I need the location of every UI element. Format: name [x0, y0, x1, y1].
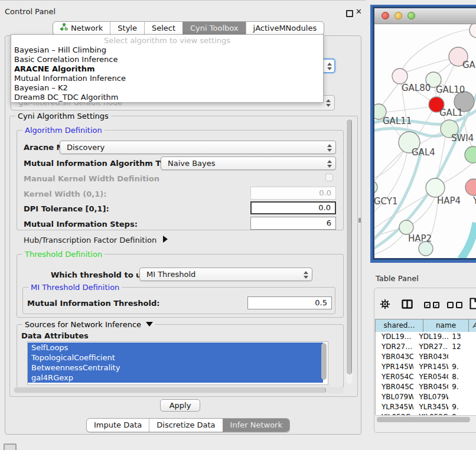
popup-item-mutual-information[interactable]: Mutual Information Inference [11, 74, 323, 83]
cell[interactable]: YDL19… [413, 332, 449, 342]
network-view-window[interactable]: GAL GAL80 GAL10 GAL1 GAL11 SWI4 GAL4 GCY… [370, 5, 476, 263]
network-node-hap2[interactable] [399, 220, 413, 234]
tab-style[interactable]: Style [110, 22, 144, 35]
tab-discretize-data-label: Discretize Data [157, 419, 215, 432]
network-node-hap4[interactable] [426, 178, 445, 197]
popup-item-bayesian-k2[interactable]: Bayesian – K2 [11, 83, 323, 93]
cell[interactable]: YDR27… [376, 342, 413, 352]
manual-kernel-width-checkbox[interactable] [325, 174, 333, 181]
network-node-right-green[interactable] [465, 146, 476, 163]
network-icon [60, 22, 68, 35]
popup-item-bayesian-hill-climbing[interactable]: Bayesian – Hill Climbing [11, 45, 323, 55]
table-row[interactable]: YDR27…YDR27…12 [376, 342, 476, 352]
collapse-arrow-icon[interactable] [146, 322, 153, 327]
aracne-mode-combobox[interactable]: Discovery [60, 141, 336, 154]
which-threshold-combobox[interactable]: MI Threshold [139, 268, 312, 281]
network-node-label: GAL4 [412, 147, 435, 158]
popup-item-dream8[interactable]: Dream8 DC_TDC Algorithm [11, 93, 323, 102]
scrollbar-thumb[interactable] [347, 119, 352, 374]
cell[interactable]: YBL079W [376, 392, 413, 402]
table-row[interactable]: YDL19…YDL19…13 [376, 332, 476, 342]
cell[interactable]: YPR145W [413, 362, 449, 372]
cell[interactable]: 9. [448, 362, 476, 372]
column-header-name[interactable]: name [423, 319, 469, 332]
cell[interactable]: YPR145W [376, 362, 413, 372]
cell[interactable]: YLR345W [376, 402, 413, 412]
panel-splitter-handle[interactable] [358, 218, 361, 223]
cell[interactable]: YDR27… [413, 342, 449, 352]
tab-impute-data[interactable]: Impute Data [87, 419, 149, 432]
document-icon[interactable] [470, 298, 476, 312]
network-node-gal80[interactable] [392, 69, 407, 84]
cell[interactable]: YBR045C [376, 382, 413, 392]
list-vertical-scrollbar[interactable] [321, 343, 327, 380]
tab-select[interactable]: Select [144, 22, 182, 35]
tab-network[interactable]: Network [53, 22, 110, 35]
cell[interactable]: 9. [448, 382, 476, 392]
network-node-label: GAL [462, 60, 476, 70]
expand-arrow-icon[interactable] [163, 236, 168, 243]
kernel-width-field[interactable]: 0.0 [250, 187, 336, 200]
network-node-salmon[interactable] [465, 179, 476, 195]
table-row[interactable]: YBR045CYBR045C9. [376, 382, 476, 392]
popup-item-basic-correlation[interactable]: Basic Correlation Inference [11, 55, 323, 64]
close-window-icon[interactable] [382, 12, 389, 19]
mi-algorithm-type-combobox[interactable]: Naive Bayes [161, 156, 336, 170]
tab-jactivemnodules[interactable]: jActiveMNodules [246, 22, 324, 35]
cell[interactable]: 9. [448, 402, 476, 412]
table-horizontal-scrollbar[interactable] [376, 415, 476, 423]
column-header-shared-name[interactable]: shared… [376, 319, 423, 332]
cell[interactable]: 8. [448, 372, 476, 382]
float-panel-icon[interactable] [346, 10, 353, 17]
cell[interactable] [448, 352, 476, 362]
tab-network-label: Network [71, 22, 103, 35]
list-item-topologicalcoefficient[interactable]: TopologicalCoefficient [28, 353, 323, 363]
table-row[interactable]: YBR043CYBR043C [376, 352, 476, 362]
list-item-gal4rgexp[interactable]: gal4RGexp [28, 373, 323, 383]
settings-horizontal-scrollbar[interactable] [13, 387, 344, 393]
scrollbar-thumb[interactable] [377, 417, 470, 422]
network-window-titlebar[interactable] [374, 8, 476, 24]
mi-steps-field[interactable]: 6 [250, 217, 336, 230]
settings-vertical-scrollbar[interactable] [346, 118, 353, 384]
mi-threshold-field[interactable]: 0.5 [247, 296, 332, 309]
cell[interactable]: YER054C [413, 372, 449, 382]
column-layout-icon[interactable] [402, 299, 413, 311]
table-row[interactable]: YLR345WYLR345W9. [376, 402, 476, 412]
cell[interactable]: YLR345W [413, 402, 449, 412]
data-attributes-list[interactable]: SelfLoops TopologicalCoefficient Between… [27, 341, 328, 385]
tab-select-label: Select [152, 22, 175, 35]
tab-discretize-data[interactable]: Discretize Data [149, 419, 222, 432]
zoom-window-icon[interactable] [407, 12, 415, 19]
table-row[interactable]: YBL079WYBL079W [376, 392, 476, 402]
minimize-window-icon[interactable] [395, 12, 402, 19]
tab-infer-network[interactable]: Infer Network [223, 419, 289, 432]
apply-button[interactable]: Apply [160, 399, 200, 412]
select-all-checkboxes-icon[interactable]: ✓✓ [424, 302, 442, 313]
network-canvas[interactable]: GAL GAL80 GAL10 GAL1 GAL11 SWI4 GAL4 GCY… [374, 24, 476, 258]
gear-icon[interactable] [380, 299, 390, 312]
cell[interactable]: YER054C [376, 372, 413, 382]
cell[interactable]: 13 [448, 332, 476, 342]
dpi-tolerance-field[interactable]: 0.0 [250, 201, 336, 214]
table-row[interactable]: YPR145WYPR145W9. [376, 362, 476, 372]
clear-all-checkboxes-icon[interactable] [447, 302, 465, 313]
cell[interactable]: YBR045C [413, 382, 449, 392]
close-panel-icon[interactable]: ✕ [356, 7, 362, 16]
network-node-partial-top[interactable] [470, 24, 476, 38]
tab-cyni-toolbox[interactable]: Cyni Toolbox [182, 22, 246, 35]
cell[interactable]: YDL19… [376, 332, 413, 342]
scrollbar-thumb[interactable] [14, 387, 326, 393]
cell[interactable]: 12 [448, 342, 476, 352]
cell[interactable]: YBL079W [413, 392, 449, 402]
cell[interactable]: YBR043C [376, 352, 413, 362]
column-header-partial[interactable]: A [469, 319, 476, 332]
bottom-corner-icon[interactable] [4, 444, 17, 450]
list-item-selfloops[interactable]: SelfLoops [28, 343, 323, 353]
network-node-gcy1[interactable] [374, 181, 377, 194]
list-item-betweennesscentrality[interactable]: BetweennessCentrality [28, 363, 323, 373]
popup-item-aracne[interactable]: ARACNE Algorithm [11, 64, 323, 74]
cell[interactable]: YBR043C [413, 352, 449, 362]
table-row[interactable]: YER054CYER054C8. [376, 372, 476, 382]
cell[interactable] [448, 392, 476, 402]
